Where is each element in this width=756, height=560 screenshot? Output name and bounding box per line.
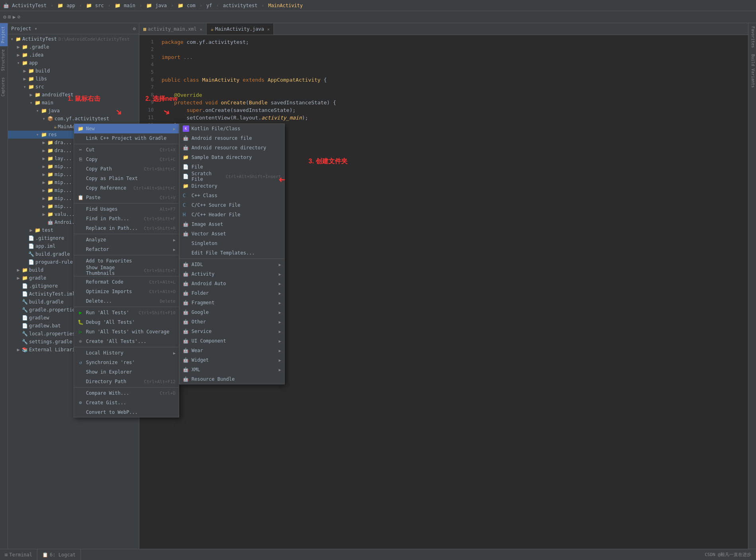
directory-icon: 📁: [183, 183, 189, 189]
submenu-xml[interactable]: 🤖 XML ▶: [180, 365, 284, 374]
title-main-icon: 📁: [115, 3, 121, 8]
submenu-android-auto[interactable]: 🤖 Android Auto ▶: [180, 279, 284, 288]
local-history-icon: [77, 350, 84, 356]
menu-refactor[interactable]: Refactor ▶: [74, 245, 179, 254]
logcat-tab[interactable]: 📋 6: Logcat: [37, 549, 81, 560]
tree-item-androidtest[interactable]: ▶ 📁 androidTest: [8, 91, 139, 99]
menu-show-thumbnails[interactable]: Show Image Thumbnails Ctrl+Shift+T: [74, 266, 179, 275]
project-gear-icon[interactable]: ⚙: [133, 26, 136, 31]
menu-replace-in-path[interactable]: Replace in Path... Ctrl+Shift+R: [74, 223, 179, 233]
submenu-service[interactable]: 🤖 Service ▶: [180, 327, 284, 336]
submenu-android-resource-file[interactable]: 🤖 Android resource file: [180, 133, 284, 143]
menu-sep-7: [74, 347, 179, 347]
run-coverage-icon: ▷: [77, 329, 84, 335]
menu-analyze[interactable]: Analyze ▶: [74, 235, 179, 245]
menu-debug-tests[interactable]: 🐛 Debug 'All Tests': [74, 317, 179, 327]
toolbar: ⚙ ⊞ ▶ ⊘: [0, 11, 756, 23]
submenu-kotlin-class[interactable]: K Kotlin File/Class: [180, 124, 284, 133]
menu-convert-webp[interactable]: Convert to WebP...: [74, 407, 179, 417]
tab-activity-main-xml[interactable]: ▦ activity_main.xml ✕: [139, 23, 207, 35]
tree-item-gradle[interactable]: ▶ 📁 .gradle: [8, 43, 139, 51]
terminal-tab[interactable]: ⊞ Terminal: [0, 549, 37, 560]
submenu-aidl[interactable]: 🤖 AIDL ▶: [180, 260, 284, 269]
menu-find-in-path[interactable]: Find in Path... Ctrl+Shift+F: [74, 214, 179, 223]
tree-item-package[interactable]: ▾ 📦 com.yf.activitytest: [8, 115, 139, 123]
tree-item-src[interactable]: ▾ 📁 src: [8, 83, 139, 91]
menu-copy[interactable]: ⎘ Copy Ctrl+C: [74, 155, 179, 164]
submenu-image-asset[interactable]: 🤖 Image Asset: [180, 219, 284, 229]
submenu-vector-asset[interactable]: 🤖 Vector Asset: [180, 229, 284, 239]
submenu-resource-bundle[interactable]: 🤖 Resource Bundle: [180, 374, 284, 384]
submenu-other[interactable]: 🤖 Other ▶: [180, 317, 284, 327]
menu-compare-with[interactable]: Compare With... Ctrl+D: [74, 388, 179, 398]
menu-new[interactable]: 📁 New ▶: [74, 124, 179, 133]
tree-item-root[interactable]: ▾ 📁 ActivityTest D:\AndroidCode\Activity…: [8, 35, 139, 43]
analyze-icon: [77, 237, 84, 243]
submenu-cpp-header[interactable]: H C/C++ Header File: [180, 210, 284, 219]
menu-copy-ref[interactable]: Copy Reference Ctrl+Alt+Shift+C: [74, 183, 179, 193]
menu-reformat-code[interactable]: Reformat Code Ctrl+Alt+L: [74, 277, 179, 287]
submenu-ui-component[interactable]: 🤖 UI Component ▶: [180, 336, 284, 346]
tree-item-libs[interactable]: ▶ 📁 libs: [8, 75, 139, 83]
menu-add-favorites[interactable]: Add to Favorites: [74, 256, 179, 266]
menu-synchronize[interactable]: ↺ Synchronize 'res': [74, 358, 179, 367]
submenu-widget[interactable]: 🤖 Widget ▶: [180, 355, 284, 365]
menu-sep-4: [74, 255, 179, 255]
submenu-scratch-file[interactable]: 📄 Scratch File Ctrl+Alt+Shift+Insert: [180, 172, 284, 181]
menu-link-cpp[interactable]: Link C++ Project with Gradle: [74, 133, 179, 143]
submenu-edit-templates[interactable]: Edit File Templates...: [180, 248, 284, 258]
submenu-android-resource-dir[interactable]: 🤖 Android resource directory: [180, 143, 284, 153]
toolbar-icon-4[interactable]: ⊘: [17, 14, 20, 20]
side-project-label[interactable]: Project: [0, 23, 8, 46]
proguard-icon: 📄: [28, 259, 34, 265]
submenu-cpp-class[interactable]: C C++ Class: [180, 191, 284, 200]
tree-item-java[interactable]: ▾ 📁 java: [8, 107, 139, 115]
menu-find-usages[interactable]: Find Usages Alt+F7: [74, 204, 179, 214]
submenu-directory[interactable]: 📁 Directory: [180, 181, 284, 191]
submenu-folder[interactable]: 🤖 Folder ▶: [180, 288, 284, 298]
vector-asset-icon: 🤖: [183, 231, 189, 237]
menu-cut[interactable]: ✂ Cut Ctrl+X: [74, 145, 179, 155]
tab-mainactivity-java[interactable]: ☕ MainActivity.java ✕: [207, 23, 274, 35]
menu-copy-path[interactable]: Copy Path Ctrl+Shift+C: [74, 164, 179, 174]
menu-delete[interactable]: Delete... Delete: [74, 296, 179, 306]
toolbar-icon-1[interactable]: ⚙: [3, 14, 6, 20]
menu-create-tests[interactable]: ⊕ Create 'All Tests'...: [74, 337, 179, 346]
menu-optimize-imports[interactable]: Optimize Imports Ctrl+Alt+O: [74, 287, 179, 296]
submenu-cpp-source[interactable]: C C/C++ Source File: [180, 200, 284, 210]
google-icon: 🤖: [183, 309, 189, 315]
tree-item-app[interactable]: ▾ 📁 app: [8, 59, 139, 67]
title-java-icon: 📁: [146, 3, 152, 8]
project-dropdown-arrow[interactable]: ▾: [35, 26, 37, 31]
menu-create-gist[interactable]: ⊙ Create Gist...: [74, 398, 179, 407]
mip5-icon: 📁: [47, 196, 53, 201]
menu-show-explorer[interactable]: Show in Explorer: [74, 367, 179, 377]
menu-copy-plain[interactable]: Copy as Plain Text: [74, 174, 179, 183]
menu-paste[interactable]: 📋 Paste Ctrl+V: [74, 193, 179, 202]
right-favorites-label[interactable]: Favorites: [748, 23, 756, 51]
right-build-variants-label[interactable]: Build Variants: [748, 51, 756, 91]
tree-item-build-app[interactable]: ▶ 📁 build: [8, 67, 139, 75]
toolbar-icon-2[interactable]: ⊞: [8, 14, 11, 20]
menu-run-coverage[interactable]: ▷ Run 'All Tests' with Coverage: [74, 327, 179, 337]
submenu-activity[interactable]: 🤖 Activity ▶: [180, 269, 284, 279]
java-tab-close[interactable]: ✕: [267, 27, 270, 31]
submenu-google[interactable]: 🤖 Google ▶: [180, 307, 284, 317]
submenu-fragment[interactable]: 🤖 Fragment ▶: [180, 298, 284, 307]
menu-run-tests[interactable]: ▶ Run 'All Tests' Ctrl+Shift+F10: [74, 308, 179, 317]
file-icon: 📄: [183, 164, 189, 170]
side-structure-label[interactable]: Structure: [0, 46, 8, 74]
submenu-file[interactable]: 📄 File: [180, 162, 284, 172]
side-captures-label[interactable]: Captures: [0, 74, 8, 100]
toolbar-icon-3[interactable]: ▶: [13, 14, 16, 20]
menu-local-history[interactable]: Local History ▶: [74, 348, 179, 358]
xml-tab-close[interactable]: ✕: [200, 27, 202, 31]
tree-item-main[interactable]: ▾ 📁 main: [8, 99, 139, 107]
copy-icon: ⎘: [77, 156, 84, 163]
submenu-singleton[interactable]: Singleton: [180, 239, 284, 248]
menu-directory-path[interactable]: Directory Path Ctrl+Alt+F12: [74, 377, 179, 386]
title-activitytest-item: activitytest: [223, 3, 258, 8]
submenu-sample-data[interactable]: 📁 Sample Data directory: [180, 153, 284, 162]
submenu-wear[interactable]: 🤖 Wear ▶: [180, 346, 284, 355]
tree-item-idea[interactable]: ▶ 📁 .idea: [8, 51, 139, 59]
